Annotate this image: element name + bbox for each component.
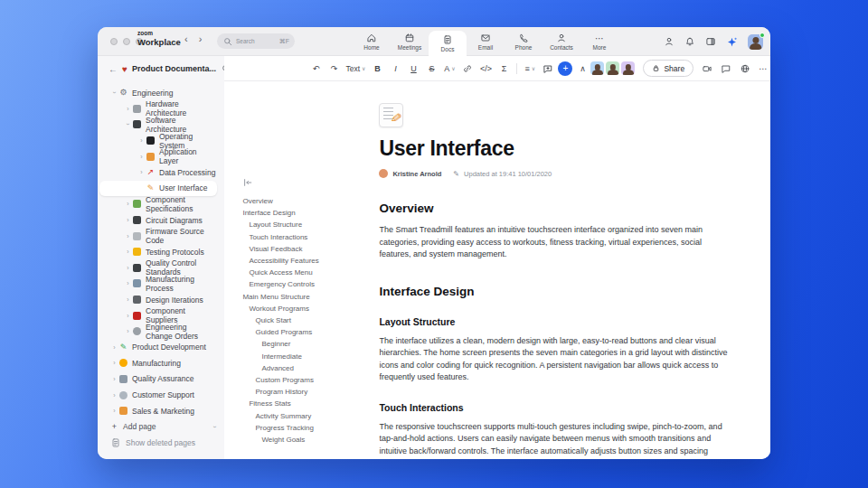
bold-button[interactable]: B <box>369 61 385 77</box>
italic-button[interactable]: I <box>387 61 403 77</box>
outline-item-workout-programs[interactable]: Workout Programs <box>242 303 364 314</box>
collaborator-avatar[interactable] <box>590 61 604 75</box>
tree-chevron-icon[interactable]: › <box>110 360 118 366</box>
side-panel-toggle-icon[interactable] <box>705 36 716 47</box>
sidebar-item-circuit-diagrams[interactable]: ›Circuit Diagrams <box>98 212 224 229</box>
tree-chevron-icon[interactable]: › <box>124 249 132 255</box>
outline-item-progress-tracking[interactable]: Progress Tracking <box>242 422 364 434</box>
outline-item-program-history[interactable]: Program History <box>242 386 364 398</box>
outline-item-main-menu-structure[interactable]: Main Menu Structure <box>242 291 364 303</box>
underline-button[interactable]: U <box>405 61 421 77</box>
strikethrough-button[interactable]: S <box>423 61 439 77</box>
equation-button[interactable]: Σ <box>495 61 512 77</box>
document-heading[interactable]: Touch Interactions <box>379 402 731 413</box>
tree-chevron-icon[interactable]: › <box>110 392 118 399</box>
notifications-bell-icon[interactable] <box>684 36 695 47</box>
outline-collapse-icon[interactable] <box>242 177 364 188</box>
text-style-button[interactable]: Text∨ <box>344 61 367 77</box>
more-options-icon[interactable]: ⋯ <box>759 64 767 73</box>
document-paragraph[interactable]: The Smart Treadmill features an intuitiv… <box>379 224 731 261</box>
document-emoji-icon[interactable]: ✎ <box>379 103 403 127</box>
tree-chevron-icon[interactable]: › <box>137 169 146 175</box>
collapse-toolbar-button[interactable]: ∧ <box>574 61 590 77</box>
document-heading[interactable]: Interface Design <box>379 285 731 298</box>
sidebar-item-quality-control-standards[interactable]: ›Quality Control Standards <box>98 260 224 277</box>
tree-chevron-icon[interactable]: › <box>124 217 132 223</box>
tree-chevron-icon[interactable]: › <box>110 344 118 351</box>
tab-meetings[interactable]: Meetings <box>391 27 429 56</box>
outline-item-interface-design[interactable]: Interface Design <box>242 207 364 219</box>
align-list-button[interactable]: ≡∨ <box>522 61 538 77</box>
sidebar-back-button[interactable]: ← <box>108 64 118 74</box>
tree-chevron-icon[interactable]: › <box>137 154 146 160</box>
profile-icon[interactable] <box>664 36 675 47</box>
tree-chevron-icon[interactable]: › <box>124 328 132 334</box>
code-button[interactable]: </> <box>477 61 494 77</box>
outline-item-quick-access-menu[interactable]: Quick Access Menu <box>242 267 364 278</box>
tree-chevron-icon[interactable]: › <box>124 233 132 239</box>
account-avatar[interactable] <box>748 34 763 50</box>
tree-chevron-icon[interactable]: › <box>124 106 132 112</box>
video-camera-icon[interactable] <box>702 63 712 74</box>
sidebar-item-engineering[interactable]: ›⚙Engineering <box>98 85 224 101</box>
document-body[interactable]: OverviewThe Smart Treadmill features an … <box>379 202 731 459</box>
minimize-window-button[interactable] <box>123 38 130 45</box>
outline-item-accessibility-features[interactable]: Accessibility Features <box>242 255 364 267</box>
ai-companion-icon[interactable] <box>726 36 738 48</box>
link-button[interactable] <box>459 61 476 77</box>
tab-email[interactable]: Email <box>467 27 505 56</box>
document-heading[interactable]: Overview <box>379 202 731 215</box>
tree-chevron-icon[interactable]: › <box>124 296 132 303</box>
undo-button[interactable]: ↶ <box>307 61 324 77</box>
sidebar-item-hardware-architecture[interactable]: ›Hardware Architecture <box>98 101 224 117</box>
sidebar-item-design-iterations[interactable]: ›Design Iterations <box>98 292 224 308</box>
tree-chevron-icon[interactable]: › <box>124 265 132 271</box>
tree-chevron-icon[interactable]: › <box>125 120 131 128</box>
outline-item-weight-goals[interactable]: Weight Goals <box>242 434 364 446</box>
document-scroll-area[interactable]: OverviewInterface DesignLayout Structure… <box>224 81 770 459</box>
sidebar-item-manufacturing[interactable]: ›Manufacturing <box>98 355 224 371</box>
sidebar-item-firmware-source-code[interactable]: ›Firmware Source Code <box>98 228 224 244</box>
text-color-button[interactable]: A∨ <box>441 61 458 77</box>
add-page-chevron-icon[interactable]: › <box>212 426 218 427</box>
document-paragraph[interactable]: The responsive touchscreen supports mult… <box>379 421 731 460</box>
outline-item-custom-programs[interactable]: Custom Programs <box>242 374 364 386</box>
outline-item-touch-interactions[interactable]: Touch Interactions <box>242 231 364 243</box>
tab-phone[interactable]: Phone <box>505 27 542 56</box>
outline-item-activity-summary[interactable]: Activity Summary <box>242 410 364 422</box>
collaborator-avatar[interactable] <box>621 61 635 75</box>
outline-item-guided-programs[interactable]: Guided Programs <box>242 326 364 338</box>
sidebar-item-software-architecture[interactable]: ›Software Architecture <box>98 117 224 133</box>
tree-chevron-icon[interactable]: › <box>124 280 132 286</box>
tree-chevron-icon[interactable]: › <box>124 201 132 207</box>
sidebar-item-customer-support[interactable]: ›Customer Support <box>98 387 224 403</box>
document-paragraph[interactable]: The interface utilizes a clean, modern d… <box>379 335 731 384</box>
outline-item-emergency-controls[interactable]: Emergency Controls <box>242 278 364 290</box>
close-window-button[interactable] <box>110 38 118 45</box>
tab-docs[interactable]: Docs <box>429 31 467 56</box>
tab-more[interactable]: ⋯More <box>580 27 618 56</box>
outline-item-visual-feedback[interactable]: Visual Feedback <box>242 243 364 255</box>
sidebar-item-data-processing[interactable]: ›↗Data Processing <box>98 164 224 181</box>
outline-item-intermediate[interactable]: Intermediate <box>242 351 364 362</box>
outline-item-beginner[interactable]: Beginner <box>242 338 364 350</box>
sidebar-item-manufacturing-process[interactable]: ›Manufacturing Process <box>98 276 224 292</box>
sidebar-item-sales-marketing[interactable]: ›Sales & Marketing <box>98 403 224 419</box>
insert-button[interactable]: + <box>558 61 572 76</box>
outline-item-overview[interactable]: Overview <box>242 195 364 207</box>
sidebar-item-product-development[interactable]: ›✎Product Development <box>98 340 224 356</box>
show-deleted-pages-button[interactable]: Show deleted pages <box>98 435 224 451</box>
collaborator-avatar[interactable] <box>606 61 619 75</box>
sidebar-item-user-interface[interactable]: ✎User Interface <box>99 181 217 197</box>
outline-item-layout-structure[interactable]: Layout Structure <box>242 219 364 230</box>
nav-back-button[interactable]: ‹ <box>184 33 188 44</box>
outline-item-fitness-stats[interactable]: Fitness Stats <box>242 398 364 409</box>
global-search-input[interactable]: Search ⌘F <box>217 33 295 49</box>
tab-home[interactable]: Home <box>353 27 391 56</box>
tree-chevron-icon[interactable]: › <box>137 137 146 144</box>
tab-contacts[interactable]: Contacts <box>542 27 580 56</box>
comment-button[interactable] <box>540 61 556 77</box>
document-title[interactable]: User Interface <box>379 136 731 161</box>
sidebar-item-application-layer[interactable]: ›Application Layer <box>98 148 224 164</box>
share-button[interactable]: Share <box>643 60 693 77</box>
